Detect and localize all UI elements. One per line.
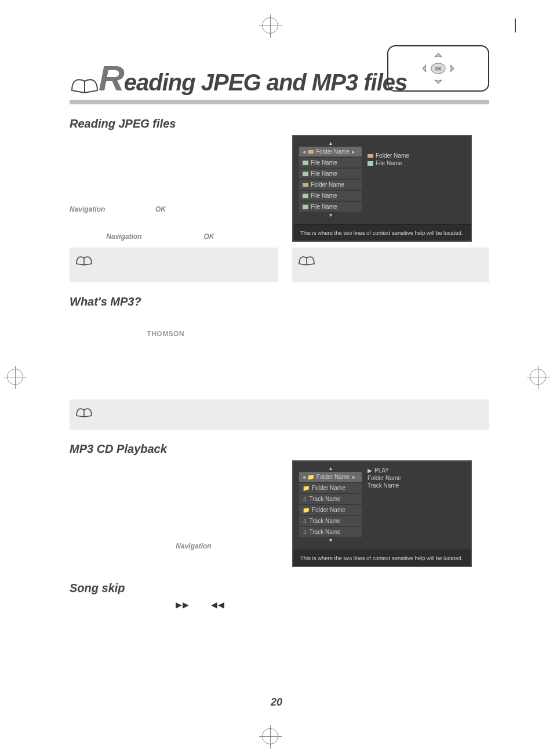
list-item: Folder Name (368, 152, 465, 159)
list-item: Folder Name (299, 180, 362, 190)
navigation-label: Navigation (106, 232, 141, 241)
note-box (292, 248, 489, 282)
note-box (70, 248, 278, 282)
list-item: ◂ 📁 Folder Name ▸ (299, 472, 362, 482)
navigation-pad-illustration: OK (387, 45, 489, 92)
navigation-label: Navigation (70, 205, 105, 213)
list-item: File Name (299, 158, 362, 168)
page-title: Reading JPEG and MP3 files (99, 57, 407, 99)
list-item: 📁 Folder Name (299, 505, 362, 515)
help-text: This is where the two lines of context s… (293, 550, 471, 566)
book-icon (298, 253, 315, 266)
fast-forward-icon: ▶▶ (176, 599, 190, 611)
registration-mark-top (262, 17, 278, 34)
list-item: Folder Name (368, 475, 465, 481)
book-icon (70, 73, 100, 95)
svg-rect-3 (303, 161, 308, 165)
book-icon (75, 253, 93, 266)
title-underline (70, 100, 489, 104)
list-item: File Name (368, 160, 465, 166)
list-item: 📁 Folder Name (299, 483, 362, 493)
heading-whats-mp3: What's MP3? (70, 295, 489, 308)
svg-rect-5 (303, 183, 308, 187)
list-item: ♫ Track Name (299, 516, 362, 526)
mp3play-body-text: Navigation (70, 460, 278, 569)
rewind-icon: ◀◀ (211, 599, 225, 611)
svg-rect-8 (368, 154, 373, 158)
svg-rect-6 (303, 194, 308, 198)
svg-rect-9 (368, 161, 373, 166)
ok-label: OK (203, 232, 214, 241)
help-text: This is where the two lines of context s… (293, 224, 471, 241)
note-box (70, 399, 489, 430)
heading-reading-jpeg: Reading JPEG files (70, 117, 489, 130)
skip-body-text: ▶▶ ◀◀ (70, 599, 489, 611)
jpeg-browser-screenshot: ▴ ◂ Folder Name ▸ File Name File Name Fo… (292, 135, 472, 242)
list-item: File Name (299, 169, 362, 179)
svg-text:OK: OK (435, 67, 441, 71)
book-icon (75, 405, 93, 418)
svg-rect-4 (303, 172, 308, 176)
heading-mp3-playback: MP3 CD Playback (70, 442, 489, 456)
list-item: File Name (299, 202, 362, 212)
list-item: ♫ Track Name (299, 527, 362, 537)
navigation-label: Navigation (176, 542, 211, 550)
list-item: ♫ Track Name (299, 494, 362, 504)
jpeg-body-text: Navigation OK Navigation OK (70, 135, 278, 242)
page-number: 20 (35, 696, 518, 708)
crop-edge (515, 19, 516, 32)
list-item: Track Name (368, 482, 465, 489)
mp3-body-text: THOMSON (70, 313, 489, 397)
svg-rect-7 (303, 205, 308, 209)
thomson-logo: THOMSON (147, 330, 184, 338)
registration-mark-left (7, 369, 23, 385)
registration-mark-bottom (262, 728, 278, 744)
svg-rect-2 (308, 150, 314, 154)
heading-song-skip: Song skip (70, 581, 489, 595)
list-item: ◂ Folder Name ▸ (299, 147, 362, 157)
registration-mark-right (530, 369, 546, 385)
mp3-browser-screenshot: ▴ ◂ 📁 Folder Name ▸ 📁 Folder Name ♫ Trac… (292, 460, 472, 567)
ok-label: OK (155, 205, 166, 213)
list-item: File Name (299, 191, 362, 201)
play-status: ▶ PLAY (368, 467, 465, 474)
